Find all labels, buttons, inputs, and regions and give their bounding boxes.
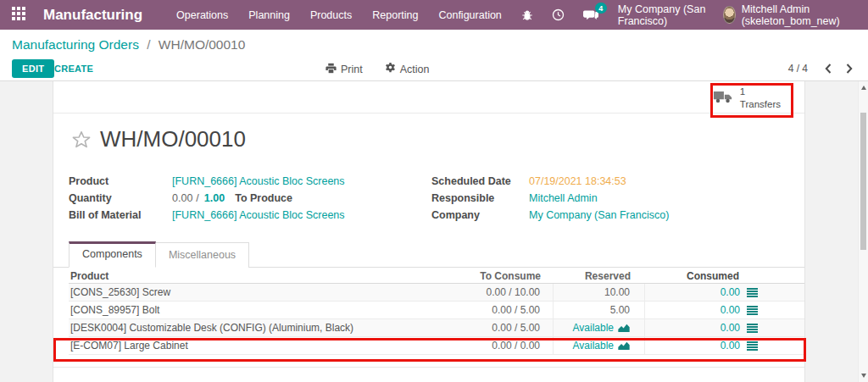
cell-reserved: 5.00 <box>554 302 645 318</box>
tab-miscellaneous[interactable]: Miscellaneous <box>156 242 249 268</box>
action-menu-button[interactable]: Action <box>385 63 430 76</box>
field-responsible-value[interactable]: Mitchell Admin <box>529 192 598 204</box>
field-quantity-label: Quantity <box>69 192 172 204</box>
header-consumed[interactable]: Consumed <box>645 270 804 282</box>
field-scheduled-date-label: Scheduled Date <box>431 175 529 187</box>
consumed-details-icon[interactable] <box>747 288 758 297</box>
create-button[interactable]: CREATE <box>54 64 93 74</box>
consumed-value: 0.00 <box>721 322 740 334</box>
print-label: Print <box>341 64 363 75</box>
transfers-stat-button[interactable]: 1 Transfers <box>708 84 786 112</box>
transfers-label: Transfers <box>740 98 781 110</box>
breadcrumb: Manufacturing Orders / WH/MO/00010 <box>12 37 245 53</box>
cell-to-consume: 0.00 / 5.00 <box>463 319 554 336</box>
menu-reporting[interactable]: Reporting <box>362 1 428 30</box>
scrollbar-thumb[interactable] <box>860 113 866 250</box>
apps-menu-button[interactable] <box>0 7 36 24</box>
consumed-details-icon[interactable] <box>747 341 758 351</box>
notebook-tabs: Components Miscellaneous <box>53 244 804 268</box>
pager-arrows <box>825 64 853 74</box>
favorite-star-button[interactable] <box>71 130 92 150</box>
print-menu-button[interactable]: Print <box>326 63 363 76</box>
components-table: Product To Consume Reserved Consumed [CO… <box>69 269 804 355</box>
transfers-count: 1 <box>740 86 745 97</box>
page-title: WH/MO/00010 <box>100 126 246 152</box>
field-company: Company My Company (San Francisco) <box>431 209 796 221</box>
user-avatar[interactable] <box>723 6 736 24</box>
field-group-right: Scheduled Date 07/19/2021 18:34:53 Respo… <box>431 175 796 226</box>
field-bom-value[interactable]: [FURN_6666] Acoustic Bloc Screens <box>172 209 345 221</box>
cell-reserved: 10.00 <box>554 284 645 301</box>
cell-consumed: 0.00 <box>645 340 804 352</box>
menu-configuration[interactable]: Configuration <box>428 1 511 30</box>
company-switcher[interactable]: My Company (San Francisco) <box>618 3 711 27</box>
header-product[interactable]: Product <box>69 270 463 282</box>
messages-icon[interactable]: 4 <box>574 8 608 21</box>
cell-reserved: Available <box>554 337 645 354</box>
control-panel: Manufacturing Orders / WH/MO/00010 EDIT … <box>0 30 868 81</box>
messages-count-badge: 4 <box>595 3 607 14</box>
field-quantity: Quantity 0.00 / 1.00 To Produce <box>69 192 416 204</box>
manufacturing-order-form: 1 Transfers WH/MO/00010 Product [FURN_66… <box>53 81 805 382</box>
cell-product: [E-COM07] Large Cabinet <box>69 340 463 352</box>
consumed-value: 0.00 <box>721 304 740 316</box>
header-reserved[interactable]: Reserved <box>554 270 645 282</box>
reserved-availability: Available <box>573 340 614 352</box>
cell-product: [DESK0004] Customizable Desk (CONFIG) (A… <box>69 322 463 334</box>
cell-product: [CONS_25630] Screw <box>69 286 463 298</box>
pager-count: 4 / 4 <box>788 63 808 75</box>
pager-next-button[interactable] <box>846 64 853 74</box>
top-navbar: Manufacturing Operations Planning Produc… <box>0 0 868 30</box>
star-icon <box>71 130 92 150</box>
cell-reserved: Available <box>554 319 645 336</box>
breadcrumb-current-record: WH/MO/00010 <box>159 37 246 52</box>
tab-components[interactable]: Components <box>69 241 156 268</box>
field-scheduled-date: Scheduled Date 07/19/2021 18:34:53 <box>431 175 796 187</box>
consumed-details-icon[interactable] <box>747 306 758 315</box>
chevron-right-icon <box>846 64 853 74</box>
quantity-produced: 0.00 <box>172 192 192 204</box>
quantity-separator: / <box>196 192 198 204</box>
action-label: Action <box>400 64 430 75</box>
consumed-value: 0.00 <box>721 286 740 298</box>
menu-operations[interactable]: Operations <box>166 1 238 30</box>
table-row-large-cabinet[interactable]: [E-COM07] Large Cabinet 0.00 / 0.00 Avai… <box>69 337 804 355</box>
table-row-desk[interactable]: [DESK0004] Customizable Desk (CONFIG) (A… <box>69 319 804 337</box>
field-bom-label: Bill of Material <box>69 209 172 221</box>
cell-to-consume: 0.00 / 10.00 <box>463 284 554 301</box>
field-product-value[interactable]: [FURN_6666] Acoustic Bloc Screens <box>172 175 345 187</box>
edit-button[interactable]: EDIT <box>12 59 54 78</box>
field-company-label: Company <box>431 209 529 221</box>
scrollbar-up-arrow[interactable] <box>861 86 866 90</box>
user-menu[interactable]: Mitchell Admin (skeleton_bom_new) <box>742 3 854 27</box>
cell-consumed: 0.00 <box>645 322 804 334</box>
field-responsible-label: Responsible <box>431 192 529 204</box>
vertical-scrollbar[interactable] <box>858 81 868 382</box>
breadcrumb-manufacturing-orders[interactable]: Manufacturing Orders <box>12 37 139 52</box>
forecast-chart-icon[interactable] <box>618 341 630 350</box>
field-company-value[interactable]: My Company (San Francisco) <box>529 209 669 221</box>
reserved-availability: Available <box>573 322 614 334</box>
record-title-row: WH/MO/00010 <box>71 126 246 152</box>
debug-bug-icon[interactable] <box>512 9 542 21</box>
forecast-chart-icon[interactable] <box>618 324 630 332</box>
consumed-details-icon[interactable] <box>747 324 758 333</box>
cell-to-consume: 0.00 / 0.00 <box>463 337 554 354</box>
field-product-label: Product <box>69 175 172 187</box>
header-to-consume[interactable]: To Consume <box>463 270 554 282</box>
scrollbar-down-arrow[interactable] <box>861 374 866 378</box>
pager-previous-button[interactable] <box>825 64 832 74</box>
app-title[interactable]: Manufacturing <box>43 7 142 24</box>
activities-clock-icon[interactable] <box>542 8 574 21</box>
cell-product: [CONS_89957] Bolt <box>69 304 463 316</box>
gear-icon <box>385 63 396 76</box>
table-row-screw[interactable]: [CONS_25630] Screw 0.00 / 10.00 10.00 0.… <box>69 284 804 302</box>
menu-products[interactable]: Products <box>300 1 362 30</box>
menu-planning[interactable]: Planning <box>238 1 300 30</box>
table-row-bolt[interactable]: [CONS_89957] Bolt 0.00 / 5.00 5.00 0.00 <box>69 302 804 319</box>
consumed-value: 0.00 <box>721 340 740 352</box>
field-responsible: Responsible Mitchell Admin <box>431 192 796 204</box>
odoo-manufacturing-screen: Manufacturing Operations Planning Produc… <box>0 0 868 382</box>
cell-consumed: 0.00 <box>645 286 804 298</box>
field-group-left: Product [FURN_6666] Acoustic Bloc Screen… <box>69 175 416 226</box>
